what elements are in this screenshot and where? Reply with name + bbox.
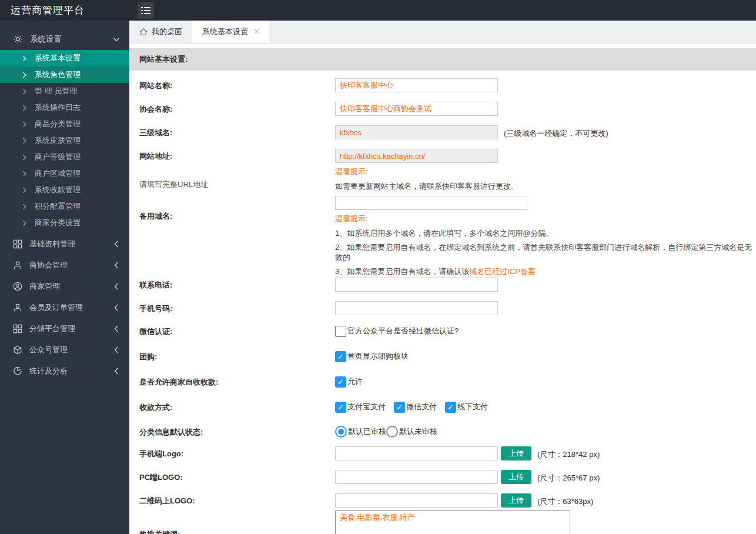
row-site-name: 网站名称: [139, 78, 756, 92]
grid-icon [13, 324, 22, 333]
sidebar-section-statistics[interactable]: 统计及分析 [0, 361, 129, 382]
site-url-tip: 如需要更新网站主域名，请联系快印客客服进行更改。 [335, 181, 756, 191]
pc-logo-upload-button[interactable]: 上传 [501, 470, 531, 484]
row-subdomain: 三级域名: (三级域名一经确定，不可更改) [139, 125, 756, 139]
chevron-left-icon [114, 241, 119, 248]
row-pc-logo: PC端LOGO: 上传 (尺寸：265*67 px) [139, 470, 756, 484]
sidebar-item-admin-management[interactable]: 管 理 员管理 [0, 83, 129, 99]
backup-domain-tip-title: 温馨提示: [335, 213, 756, 224]
sidebar-item-merchant-level[interactable]: 商户等级管理 [0, 149, 129, 165]
tab-my-desktop[interactable]: 我的桌面 [129, 21, 192, 43]
sidebar-item-system-operation-log[interactable]: 系统操作日志 [0, 99, 129, 116]
status-approved-radio[interactable] [335, 426, 347, 438]
person-icon [13, 261, 22, 270]
row-backup-domain: 备用域名: 温馨提示: 1、如系统启用多个域名，请在此填写，多个域名之间用@分隔… [139, 196, 756, 276]
chevron-left-icon [114, 304, 119, 311]
pc-logo-input[interactable] [335, 470, 498, 484]
subdomain-input[interactable] [335, 125, 498, 139]
row-pay-methods: 收款方式: ✓ 支付宝支付 ✓ 微信支付 ✓ 线下支付 [139, 401, 756, 413]
sidebar-section-merchant[interactable]: 商家管理 [0, 276, 129, 297]
chevron-left-icon [114, 262, 119, 269]
arrow-right-icon [22, 203, 26, 210]
sidebar-item-system-payment[interactable]: 系统收款管理 [0, 182, 129, 198]
status-unapproved-radio[interactable] [386, 426, 398, 438]
backup-domain-input[interactable] [335, 196, 527, 210]
wechat-cert-label: 微信认证: [139, 325, 335, 337]
hamburger-list-icon [141, 6, 150, 15]
mobile-input[interactable] [335, 301, 498, 315]
arrow-right-icon [22, 72, 26, 78]
subdomain-hint: (三级域名一经确定，不可更改) [504, 125, 608, 139]
mobile-logo-input[interactable] [335, 446, 498, 460]
phone-input[interactable] [335, 278, 498, 292]
backup-domain-tip-2: 2、如果您需要启用自有域名，在绑定域名到系统之前，请首先联系快印客客服部门进行域… [335, 242, 756, 262]
sidebar-section-association[interactable]: 商协会管理 [0, 255, 129, 276]
backup-domain-tip-1: 1、如系统启用多个域名，请在此填写，多个域名之间用@分隔。 [335, 228, 756, 238]
groupon-checkbox[interactable]: ✓ [335, 351, 346, 362]
qr-logo-upload-button[interactable]: 上传 [501, 493, 531, 508]
icp-filing-link[interactable]: 域名已经过ICP备案 [469, 267, 536, 276]
grid-icon [13, 239, 22, 249]
panel-title: 网站基本设置: [129, 48, 756, 71]
arrow-right-icon [22, 55, 26, 62]
sidebar-item-merchant-region[interactable]: 商户区域管理 [0, 165, 129, 182]
gear-icon [13, 34, 23, 44]
wechat-cert-checkbox[interactable] [335, 326, 346, 337]
pay-methods-label: 收款方式: [139, 401, 335, 413]
close-icon[interactable]: × [254, 26, 259, 37]
sidebar-section-distribution[interactable]: 分销平台管理 [0, 318, 129, 339]
chevron-left-icon [114, 283, 119, 290]
sidebar-group-label: 系统设置 [30, 34, 113, 45]
settings-form: 网站名称: 协会名称: 三级域名: (三级域名一经确定，不可更改) 网站地址: … [129, 78, 756, 534]
merchant-collect-checkbox[interactable]: ✓ [335, 376, 346, 388]
row-site-url: 网站地址: 请填写完整URL地址 温馨提示: 如需要更新网站主域名，请联系快印客… [139, 149, 756, 191]
sidebar-section-official-account[interactable]: 公众号管理 [0, 339, 129, 361]
assoc-name-label: 协会名称: [139, 102, 335, 116]
arrow-right-icon [22, 105, 26, 111]
arrow-right-icon [22, 138, 26, 144]
qr-logo-input[interactable] [335, 493, 498, 508]
person-icon [13, 303, 22, 312]
row-info-status: 分类信息默认状态: 默认已审核 默认未审核 [139, 426, 756, 438]
pc-logo-label: PC端LOGO: [139, 470, 335, 484]
arrow-right-icon [22, 88, 26, 95]
tab-system-basic-settings[interactable]: 系统基本设置 × [192, 21, 269, 43]
mobile-logo-label: 手机端Logo: [139, 446, 335, 460]
arrow-right-icon [22, 187, 26, 193]
sidebar-item-system-basic-settings[interactable]: 系统基本设置 [0, 50, 129, 66]
row-hot-keywords: 热搜关键词: 美食,电影票,衣服,特产 [139, 510, 756, 534]
sidebar-section-member-orders[interactable]: 会员及订单管理 [0, 297, 129, 318]
sidebar-item-merchant-category[interactable]: 商家分类设置 [0, 215, 129, 231]
phone-label: 联系电话: [139, 278, 335, 292]
row-wechat-cert: 微信认证: 官方公众平台是否经过微信认证? [139, 325, 756, 337]
status-approved-option: 默认已审核 [348, 426, 386, 437]
alipay-checkbox[interactable]: ✓ [335, 402, 346, 413]
chevron-down-icon [113, 37, 120, 42]
chevron-left-icon [114, 368, 119, 375]
sidebar-item-system-role-management[interactable]: 系统角色管理 [0, 66, 129, 83]
arrow-right-icon [22, 220, 26, 226]
backup-domain-label: 备用域名: [139, 196, 335, 276]
offlinepay-checkbox[interactable]: ✓ [445, 402, 456, 413]
sidebar-item-product-category[interactable]: 商品分类管理 [0, 116, 129, 132]
site-name-input[interactable] [335, 78, 498, 92]
backup-domain-tip-3: 3、如果您需要启用自有域名，请确认该域名已经过ICP备案 [335, 266, 756, 276]
mobile-logo-upload-button[interactable]: 上传 [501, 446, 531, 460]
sidebar-section-basic-data[interactable]: 基础资料管理 [0, 233, 129, 255]
sidebar-item-points-config[interactable]: 积分配置管理 [0, 198, 129, 215]
row-qr-logo: 二维码上LOGO: 上传 (尺寸：63*63px) [139, 493, 756, 508]
wechatpay-checkbox[interactable]: ✓ [394, 402, 405, 413]
sidebar: 系统设置 系统基本设置 系统角色管理 管 理 员管理 系统操作日志 商品分类管理… [0, 21, 129, 534]
arrow-right-icon [22, 171, 26, 177]
mobile-label: 手机号码: [139, 301, 335, 315]
chevron-left-icon [114, 346, 119, 353]
sidebar-item-system-skin[interactable]: 系统皮肤管理 [0, 132, 129, 149]
sidebar-group-system-settings[interactable]: 系统设置 [0, 28, 129, 50]
sidebar-toggle-button[interactable] [138, 2, 154, 19]
site-url-input[interactable] [335, 149, 498, 163]
row-phone: 联系电话: [139, 278, 756, 292]
mobile-logo-hint: (尺寸：218*42 px) [537, 446, 600, 460]
assoc-name-input[interactable] [335, 102, 498, 116]
pie-chart-icon [13, 366, 22, 376]
hot-keywords-textarea[interactable]: 美食,电影票,衣服,特产 [335, 510, 570, 534]
